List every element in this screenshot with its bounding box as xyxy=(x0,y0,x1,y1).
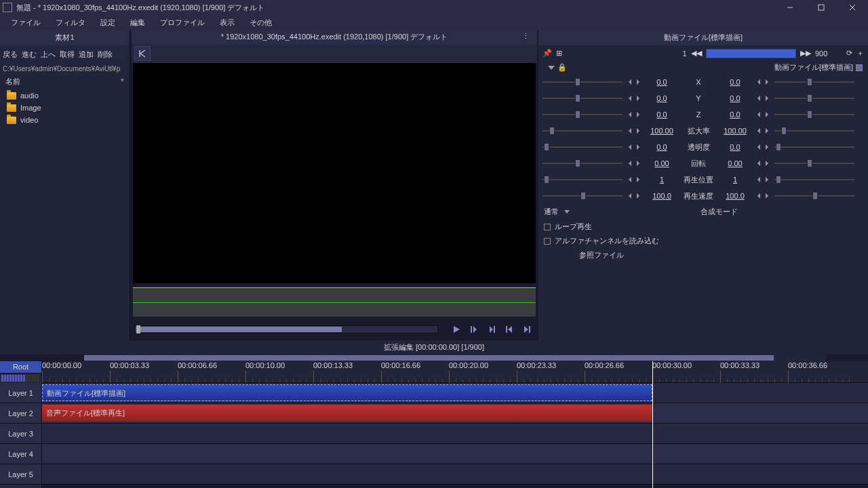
step-forward-button[interactable] xyxy=(484,322,499,337)
timeline-scrollbar[interactable] xyxy=(84,354,826,361)
chevron-left-icon[interactable] xyxy=(627,160,633,167)
layer-4-label[interactable]: Layer 4 xyxy=(0,444,41,464)
chevron-right-icon[interactable] xyxy=(764,160,770,167)
frame-prev-icon[interactable]: ◀◀ xyxy=(691,49,702,58)
param-value-left[interactable]: 0.0 xyxy=(646,78,678,86)
menu-view[interactable]: 表示 xyxy=(213,16,241,29)
props-enable-checkbox[interactable] xyxy=(856,64,863,71)
menu-filter[interactable]: フィルタ xyxy=(49,16,92,29)
param-value-right[interactable]: 0.0 xyxy=(719,78,751,86)
param-slider-right[interactable] xyxy=(774,77,854,87)
param-value-left[interactable]: 0.0 xyxy=(646,94,678,102)
param-value-left[interactable]: 100.0 xyxy=(646,192,678,200)
param-value-right[interactable]: 100.0 xyxy=(719,192,751,200)
chevron-left-icon[interactable] xyxy=(627,95,633,102)
frame-next-icon[interactable]: ▶▶ xyxy=(800,49,811,58)
cycle-icon[interactable]: ⟳ xyxy=(846,49,852,58)
chevron-left-icon[interactable] xyxy=(755,79,762,85)
layer-1-label[interactable]: Layer 1 xyxy=(0,383,41,403)
chevron-left-icon[interactable] xyxy=(627,79,633,85)
chevron-left-icon[interactable] xyxy=(755,127,762,134)
frame-end[interactable]: 900 xyxy=(815,49,842,58)
param-slider-right[interactable] xyxy=(774,175,854,184)
param-value-left[interactable]: 0.0 xyxy=(646,143,678,151)
nav-back[interactable]: 戻る xyxy=(1,48,19,61)
chevron-right-icon[interactable] xyxy=(635,111,642,118)
param-value-right[interactable]: 0.0 xyxy=(719,110,751,119)
folder-audio[interactable]: audio xyxy=(0,89,130,102)
close-button[interactable] xyxy=(837,0,868,15)
param-slider-right[interactable] xyxy=(774,126,854,136)
param-value-left[interactable]: 0.00 xyxy=(646,159,678,167)
folder-video[interactable]: video xyxy=(0,114,130,126)
grid-icon[interactable]: ⊞ xyxy=(556,49,562,58)
chevron-left-icon[interactable] xyxy=(627,111,633,118)
chevron-right-icon[interactable] xyxy=(764,95,770,102)
nav-add[interactable]: 追加 xyxy=(77,48,95,61)
clip-audio[interactable]: 音声ファイル[標準再生] xyxy=(42,405,652,422)
param-slider-left[interactable] xyxy=(542,110,623,119)
nav-delete[interactable]: 削除 xyxy=(96,48,114,61)
chevron-right-icon[interactable] xyxy=(635,95,642,102)
chevron-right-icon[interactable] xyxy=(635,192,642,199)
menu-file[interactable]: ファイル xyxy=(4,16,47,29)
alpha-checkbox[interactable] xyxy=(544,238,551,245)
layer-3-label[interactable]: Layer 3 xyxy=(0,424,41,444)
frame-range-bar[interactable] xyxy=(706,49,797,58)
param-slider-left[interactable] xyxy=(542,126,623,136)
param-slider-left[interactable] xyxy=(542,142,623,152)
nav-up[interactable]: 上へ xyxy=(39,48,57,61)
menu-profile[interactable]: プロファイル xyxy=(153,16,212,29)
param-value-left[interactable]: 0.0 xyxy=(646,110,678,119)
menu-settings[interactable]: 設定 xyxy=(94,16,122,29)
chevron-left-icon[interactable] xyxy=(755,160,762,167)
layer-2-label[interactable]: Layer 2 xyxy=(0,403,41,424)
chevron-left-icon[interactable] xyxy=(755,95,762,102)
menu-edit[interactable]: 編集 xyxy=(123,16,152,29)
chevron-left-icon[interactable] xyxy=(755,176,762,183)
param-value-right[interactable]: 0.0 xyxy=(719,94,751,102)
skip-end-button[interactable] xyxy=(519,322,534,337)
clip-video[interactable]: 動画ファイル[標準描画] xyxy=(42,384,652,401)
param-value-right[interactable]: 0.0 xyxy=(719,143,751,151)
chevron-left-icon[interactable] xyxy=(755,192,762,199)
param-slider-left[interactable] xyxy=(542,94,623,103)
menu-other[interactable]: その他 xyxy=(243,16,279,29)
param-slider-left[interactable] xyxy=(542,159,623,168)
param-value-right[interactable]: 100.00 xyxy=(719,127,751,135)
param-slider-left[interactable] xyxy=(542,77,623,87)
seek-slider[interactable] xyxy=(134,325,438,333)
step-back-button[interactable] xyxy=(467,322,481,337)
timeline-root[interactable]: Root xyxy=(0,361,41,373)
nav-get[interactable]: 取得 xyxy=(58,48,76,61)
chevron-left-icon[interactable] xyxy=(627,192,633,199)
skip-start-button[interactable] xyxy=(502,322,517,337)
chevron-left-icon[interactable] xyxy=(755,111,762,118)
blend-mode-dropdown[interactable]: 通常 xyxy=(544,207,559,217)
add-icon[interactable]: ＋ xyxy=(856,48,864,58)
chevron-right-icon[interactable] xyxy=(764,111,770,118)
param-value-left[interactable]: 1 xyxy=(646,176,678,184)
chevron-right-icon[interactable] xyxy=(635,176,642,183)
frame-start[interactable]: 1 xyxy=(660,49,687,58)
nav-forward[interactable]: 進む xyxy=(20,48,38,61)
chevron-right-icon[interactable] xyxy=(635,79,642,85)
chevron-right-icon[interactable] xyxy=(764,79,770,85)
preview-menu-icon[interactable]: ⋮ xyxy=(522,32,530,41)
chevron-right-icon[interactable] xyxy=(764,176,770,183)
chevron-left-icon[interactable] xyxy=(755,144,762,150)
param-value-right[interactable]: 1 xyxy=(719,176,751,184)
maximize-button[interactable] xyxy=(806,0,837,15)
chevron-left-icon[interactable] xyxy=(627,176,633,183)
chevron-right-icon[interactable] xyxy=(635,144,642,150)
param-slider-right[interactable] xyxy=(774,142,854,152)
layer-5-label[interactable]: Layer 5 xyxy=(0,464,41,485)
param-slider-right[interactable] xyxy=(774,110,854,119)
param-slider-left[interactable] xyxy=(542,175,623,184)
chevron-left-icon[interactable] xyxy=(627,144,633,150)
param-value-right[interactable]: 0.00 xyxy=(719,159,751,167)
chevron-right-icon[interactable] xyxy=(635,160,642,167)
timeline-tracks[interactable]: 00:00:00.0000:00:03.3300:00:06.6600:00:1… xyxy=(42,361,868,488)
minimize-button[interactable] xyxy=(774,0,806,15)
play-button[interactable] xyxy=(449,322,464,337)
